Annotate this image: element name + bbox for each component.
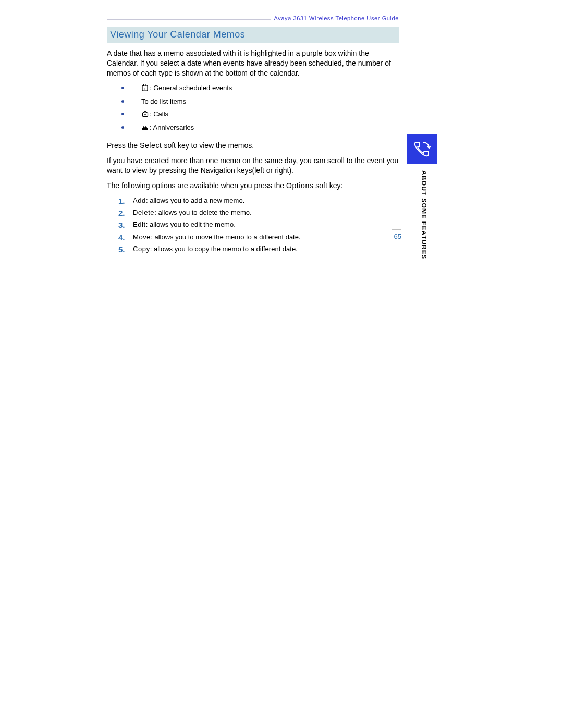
list-item: Edit: allows you to edit the memo.: [118, 220, 399, 229]
page-number-block: 65: [386, 229, 401, 240]
list-item-text: To do list items: [141, 97, 186, 105]
list-item-text: : General scheduled events: [150, 84, 232, 92]
section-heading: Viewing Your Calendar Memos: [107, 27, 399, 43]
side-tab-label: ABOUT SOME FEATURES: [420, 170, 427, 260]
list-item: Delete: allows you to delete the memo.: [118, 208, 399, 217]
option-term: Add: [133, 196, 146, 204]
anniversary-icon: [141, 124, 149, 133]
options-list: Add: allows you to add a new memo. Delet…: [118, 196, 399, 254]
softkey-name: Options: [286, 181, 313, 190]
option-desc: : allows you to edit the memo.: [146, 220, 236, 228]
phone-icon: [141, 110, 149, 120]
scroll-note-paragraph: If you have created more than one memo o…: [107, 156, 399, 176]
phone-sync-icon: [407, 134, 437, 164]
side-tab: ABOUT SOME FEATURES: [407, 134, 437, 260]
svg-rect-1: [143, 84, 144, 86]
page-number: 65: [386, 232, 401, 240]
page-number-rule: [392, 229, 401, 230]
option-desc: : allows you to add a new memo.: [146, 196, 244, 204]
option-term: Delete: [133, 208, 154, 216]
svg-text:1: 1: [144, 87, 146, 90]
svg-rect-2: [145, 84, 146, 86]
press-select-paragraph: Press the Select soft key to view the me…: [107, 141, 399, 151]
list-item: Add: allows you to add a new memo.: [118, 196, 399, 205]
list-item: To do list items: [121, 97, 399, 106]
page: Avaya 3631 Wireless Telephone User Guide…: [0, 0, 563, 728]
intro-paragraph: A date that has a memo associated with i…: [107, 48, 399, 78]
option-desc: : allows you to copy the memo to a diffe…: [150, 245, 298, 253]
memo-type-list: 1 : General scheduled events To do list …: [121, 83, 399, 134]
text: soft key:: [313, 181, 342, 190]
list-item: 1 : General scheduled events: [121, 83, 399, 94]
calendar-event-icon: 1: [141, 84, 149, 94]
option-desc: : allows you to delete the memo.: [154, 208, 251, 216]
option-term: Copy: [133, 245, 150, 253]
softkey-name: Select: [140, 141, 162, 150]
option-desc: : allows you to move the memo to a diffe…: [151, 233, 300, 241]
options-intro-paragraph: The following options are available when…: [107, 181, 399, 191]
list-item-text: : Anniversaries: [150, 124, 194, 131]
text: The following options are available when…: [107, 181, 286, 190]
running-header: Avaya 3631 Wireless Telephone User Guide: [107, 15, 399, 24]
list-item: Move: allows you to move the memo to a d…: [118, 232, 399, 242]
svg-point-5: [144, 114, 146, 116]
list-item: Copy: allows you to copy the memo to a d…: [118, 244, 399, 254]
guide-title: Avaya 3631 Wireless Telephone User Guide: [271, 15, 399, 21]
text: Press the: [107, 141, 140, 150]
list-item-text: : Calls: [150, 110, 168, 118]
list-item: : Anniversaries: [121, 123, 399, 133]
option-term: Move: [133, 233, 151, 241]
main-content: Avaya 3631 Wireless Telephone User Guide…: [107, 15, 399, 256]
list-item: : Calls: [121, 109, 399, 120]
svg-rect-6: [142, 128, 148, 130]
text: soft key to view the memos.: [162, 141, 254, 150]
option-term: Edit: [133, 220, 146, 228]
